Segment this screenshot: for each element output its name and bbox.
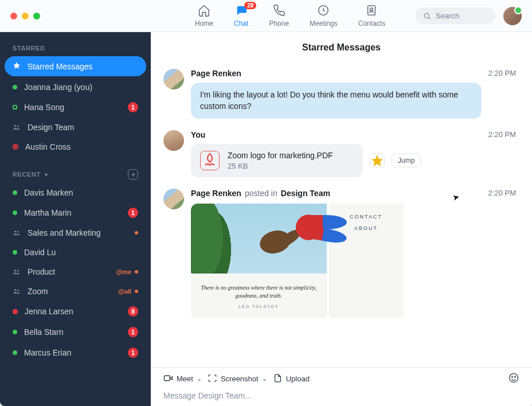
sidebar-item-label: Martha Marin	[24, 208, 121, 217]
unread-badge: 1	[128, 102, 138, 112]
message-context: posted in	[245, 189, 277, 198]
sidebar-item[interactable]: Davis Marken	[0, 183, 151, 202]
sidebar-item[interactable]: Marcus Erian1	[0, 342, 151, 363]
starred-indicator[interactable]	[370, 153, 385, 168]
app-window: Home Chat28 Phone Meetings Contacts Sear…	[0, 0, 532, 406]
nav-label: Home	[195, 19, 213, 28]
svg-marker-16	[371, 155, 383, 166]
profile-avatar[interactable]	[503, 7, 522, 25]
composer-actions: Meet⌄ Screenshot⌄ Upload	[163, 372, 519, 385]
group-icon	[13, 229, 21, 237]
jump-button[interactable]: Jump	[392, 154, 421, 167]
svg-point-20	[512, 377, 513, 378]
main-panel: Starred Messages Page RenkenI'm liking t…	[151, 32, 532, 406]
nav-chat[interactable]: Chat28	[234, 4, 248, 28]
svg-marker-18	[170, 376, 172, 380]
presence-online-icon	[13, 85, 17, 89]
message-bubble: I'm liking the layout a lot! Do you thin…	[191, 83, 482, 119]
sidebar-item-label: Product	[28, 267, 109, 276]
file-icon	[273, 373, 283, 385]
svg-point-14	[14, 289, 17, 291]
sidebar-item[interactable]: Zoom@all	[0, 282, 151, 301]
sidebar-item[interactable]: Design Team	[0, 118, 151, 137]
svg-point-21	[515, 377, 516, 378]
sidebar-item[interactable]: Martha Marin1	[0, 202, 151, 223]
unread-badge: 1	[128, 327, 138, 337]
image-quote-author: LEO TOLSTOY	[238, 304, 279, 309]
image-attachment[interactable]: There is no greatness where there is not…	[191, 204, 437, 318]
message-avatar[interactable]	[163, 189, 184, 209]
contacts-icon	[365, 4, 378, 18]
sidebar-item-label: Design Team	[28, 123, 138, 132]
unread-dot	[135, 270, 138, 274]
nav-home[interactable]: Home	[195, 4, 213, 28]
nav-label: Contacts	[358, 19, 385, 28]
sidebar-item[interactable]: Sales and Marketing	[0, 223, 151, 243]
add-conversation-button[interactable]	[128, 169, 138, 179]
sidebar-item-label: Jenna Larsen	[25, 307, 121, 316]
presence-online-icon	[13, 250, 17, 255]
screenshot-icon	[208, 373, 217, 385]
sidebar-item-label: Marcus Erian	[24, 348, 121, 357]
file-size: 25 KB	[228, 162, 333, 170]
presence-online-icon	[13, 330, 17, 334]
sidebar-item[interactable]: Hana Song1	[0, 97, 151, 118]
sidebar-item[interactable]: Starred Messages	[5, 56, 146, 76]
message-avatar[interactable]	[163, 130, 184, 151]
presence-busy-icon	[13, 309, 18, 314]
sidebar-item-label: Davis Marken	[24, 188, 138, 197]
chevron-down-icon: ⌄	[262, 375, 267, 382]
presence-online-icon	[13, 190, 17, 195]
image-quote: There is no greatness where there is not…	[191, 284, 327, 300]
message: Page RenkenI'm liking the layout a lot! …	[163, 63, 516, 124]
nav-label: Chat	[234, 19, 248, 28]
sidebar-item[interactable]: Jenna Larsen8	[0, 301, 151, 322]
action-label: Screenshot	[221, 374, 259, 383]
nav-meetings[interactable]: Meetings	[310, 4, 338, 28]
chevron-down-icon: ▾	[45, 171, 48, 178]
pdf-icon	[200, 151, 220, 170]
action-label: Meet	[177, 374, 193, 383]
upload-button[interactable]: Upload	[273, 373, 310, 385]
image-link: ABOUT	[354, 225, 378, 231]
message: Page Renken posted in Design Team There …	[163, 183, 516, 324]
message-author: Page Renken	[191, 189, 241, 198]
svg-point-15	[17, 290, 19, 291]
message-avatar[interactable]	[163, 69, 184, 89]
action-label: Upload	[286, 374, 310, 383]
search-icon	[423, 12, 431, 20]
message-channel[interactable]: Design Team	[281, 189, 330, 198]
maximize-window-button[interactable]	[33, 13, 40, 19]
minimize-window-button[interactable]	[22, 13, 29, 19]
svg-point-6	[14, 125, 17, 127]
meet-button[interactable]: Meet⌄	[163, 373, 202, 385]
unread-badge: 8	[128, 306, 138, 317]
mention-indicator: @me	[116, 268, 131, 275]
file-attachment[interactable]: Zoom logo for marketing.PDF 25 KB	[191, 144, 363, 177]
meetings-icon	[317, 4, 330, 18]
section-label-recent: RECENT	[13, 171, 41, 178]
nav-contacts[interactable]: Contacts	[358, 4, 385, 28]
sidebar-item[interactable]: David Lu	[0, 243, 151, 262]
sidebar-item-label: Austin Cross	[25, 142, 138, 151]
sidebar-item-label: Hana Song	[24, 103, 121, 112]
sidebar-section-recent[interactable]: RECENT ▾	[0, 165, 151, 183]
sidebar-item[interactable]: Austin Cross	[0, 137, 151, 157]
close-window-button[interactable]	[10, 13, 17, 19]
presence-away-icon	[13, 105, 17, 110]
page-title: Starred Messages	[151, 32, 532, 61]
unread-dot	[135, 231, 138, 235]
message-time: 2:20 PM	[488, 69, 516, 77]
nav-phone[interactable]: Phone	[269, 4, 289, 28]
sidebar-item[interactable]: Product@me	[0, 262, 151, 282]
svg-point-19	[510, 374, 518, 382]
section-label-starred: STARRED	[13, 45, 45, 52]
sidebar-item[interactable]: Bella Starn1	[0, 322, 151, 342]
screenshot-button[interactable]: Screenshot⌄	[208, 373, 267, 385]
sidebar-item[interactable]: Joanna Jiang (you)	[0, 77, 151, 97]
emoji-button[interactable]	[508, 372, 519, 385]
home-icon	[198, 4, 210, 18]
search-input[interactable]: Search	[415, 7, 495, 24]
composer-input[interactable]: Message Design Team...	[163, 391, 519, 400]
presence-online-icon	[13, 210, 17, 215]
